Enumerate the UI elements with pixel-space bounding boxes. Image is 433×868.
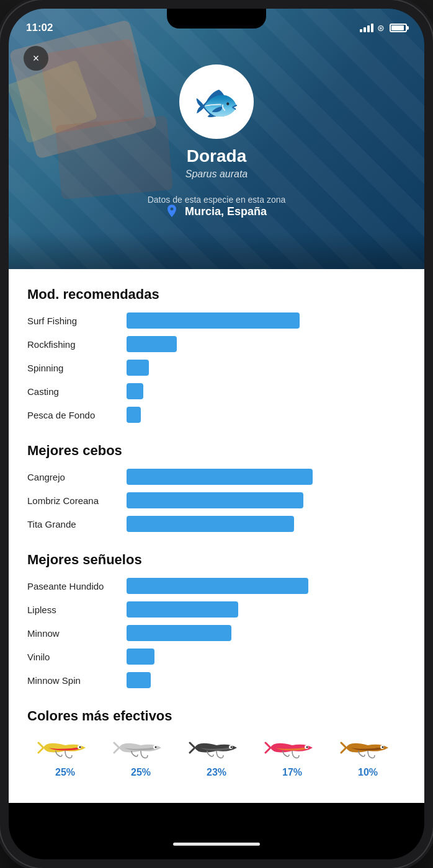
lure-item: 25% <box>113 734 169 778</box>
bar-track <box>127 601 406 618</box>
bar-label: Surf Fishing <box>27 316 127 326</box>
bar-track <box>127 312 406 329</box>
bar-track <box>127 469 406 485</box>
bar-label: Spinning <box>27 363 127 373</box>
lure-percentage: 25% <box>131 767 151 778</box>
bar-fill <box>127 492 303 508</box>
battery-icon <box>390 24 407 32</box>
bar-row: Minnow <box>27 625 406 641</box>
bar-fill <box>127 578 308 594</box>
bar-label: Rockfishing <box>27 339 127 350</box>
pin-icon <box>166 205 177 218</box>
svg-point-9 <box>382 746 384 748</box>
status-time: 11:02 <box>26 22 53 34</box>
bar-track <box>127 407 406 423</box>
bar-row: Vinilo <box>27 649 406 665</box>
bar-label: Minnow <box>27 628 127 639</box>
fish-latin-name: Sparus aurata <box>9 169 424 180</box>
bar-row: Rockfishing <box>27 336 406 352</box>
bar-track <box>127 383 406 399</box>
bar-fill <box>127 469 313 485</box>
bar-row: Cangrejo <box>27 469 406 485</box>
lure-icon <box>113 734 169 762</box>
phone-screen: 11:02 ⊛ <box>9 9 424 859</box>
mod-recomendadas-section: Mod. recomendadas Surf FishingRockfishin… <box>27 286 406 423</box>
lure-colors-row: 25%25%23%17%10% <box>27 734 406 778</box>
bar-row: Spinning <box>27 360 406 376</box>
lure-item: 25% <box>37 734 93 778</box>
bar-fill <box>127 407 141 423</box>
lure-icon <box>37 734 93 762</box>
bar-track <box>127 625 406 641</box>
bar-fill <box>127 672 151 688</box>
bar-label: Paseante Hundido <box>27 581 127 591</box>
bar-fill <box>127 360 149 376</box>
bar-track <box>127 649 406 665</box>
phone-frame: 11:02 ⊛ <box>0 0 433 868</box>
mod-recomendadas-title: Mod. recomendadas <box>27 286 406 303</box>
bar-row: Minnow Spin <box>27 672 406 688</box>
home-indicator <box>173 843 260 846</box>
colores-title: Colores más efectivos <box>27 708 406 724</box>
bar-track <box>127 360 406 376</box>
svg-point-5 <box>231 746 233 748</box>
bar-label: Lipless <box>27 604 127 615</box>
colores-section: Colores más efectivos 25%25%23%17%10% <box>27 708 406 778</box>
lure-percentage: 23% <box>207 767 226 778</box>
bar-track <box>127 336 406 352</box>
location-name: Murcia, España <box>166 205 267 218</box>
mejores-senuelos-section: Mejores señuelos Paseante HundidoLipless… <box>27 552 406 688</box>
bar-row: Lipless <box>27 601 406 618</box>
signal-icon <box>360 24 373 32</box>
location-subtitle: Datos de esta especie en esta zona <box>148 195 286 205</box>
bar-row: Casting <box>27 383 406 399</box>
lure-item: 23% <box>189 734 244 778</box>
close-button[interactable]: × <box>24 46 48 71</box>
status-icons: ⊛ <box>360 23 407 33</box>
bar-label: Tita Grande <box>27 519 127 529</box>
bar-row: Tita Grande <box>27 516 406 532</box>
bar-fill <box>127 336 177 352</box>
lure-percentage: 10% <box>358 767 378 778</box>
bar-label: Minnow Spin <box>27 675 127 686</box>
svg-point-3 <box>155 746 157 748</box>
lure-percentage: 25% <box>55 767 75 778</box>
bar-track <box>127 516 406 532</box>
bar-label: Lombriz Coreana <box>27 495 127 506</box>
wifi-icon: ⊛ <box>377 23 385 33</box>
bar-row: Pesca de Fondo <box>27 407 406 423</box>
fish-icon: 🐟 <box>194 80 240 124</box>
lure-icon <box>189 734 244 762</box>
bar-track <box>127 578 406 594</box>
bar-row: Surf Fishing <box>27 312 406 329</box>
fish-name: Dorada <box>9 146 424 166</box>
hero-section: × 🐟 Dorada Sparus aurata Datos de esta e… <box>9 9 424 269</box>
notch <box>167 9 266 29</box>
bar-fill <box>127 516 294 532</box>
mod-bars-container: Surf FishingRockfishingSpinningCastingPe… <box>27 312 406 423</box>
bar-fill <box>127 383 143 399</box>
bar-row: Lombriz Coreana <box>27 492 406 508</box>
lure-item: 10% <box>340 734 396 778</box>
mejores-senuelos-title: Mejores señuelos <box>27 552 406 568</box>
mejores-cebos-section: Mejores cebos CangrejoLombriz CoreanaTit… <box>27 443 406 532</box>
bar-fill <box>127 649 154 665</box>
svg-point-1 <box>79 746 81 748</box>
lure-item: 17% <box>264 734 320 778</box>
fish-avatar: 🐟 <box>179 64 254 139</box>
bar-track <box>127 492 406 508</box>
bar-track <box>127 672 406 688</box>
cebos-bars-container: CangrejoLombriz CoreanaTita Grande <box>27 469 406 532</box>
lure-icon <box>340 734 396 762</box>
bar-label: Cangrejo <box>27 472 127 482</box>
bar-row: Paseante Hundido <box>27 578 406 594</box>
bar-label: Casting <box>27 386 127 397</box>
bar-fill <box>127 601 238 618</box>
location-info: Datos de esta especie en esta zona Murci… <box>9 195 424 218</box>
lure-icon <box>264 734 320 762</box>
scroll-content[interactable]: × 🐟 Dorada Sparus aurata Datos de esta e… <box>9 9 424 859</box>
bar-fill <box>127 625 231 641</box>
bar-fill <box>127 312 300 329</box>
svg-point-7 <box>306 746 308 748</box>
mejores-cebos-title: Mejores cebos <box>27 443 406 459</box>
